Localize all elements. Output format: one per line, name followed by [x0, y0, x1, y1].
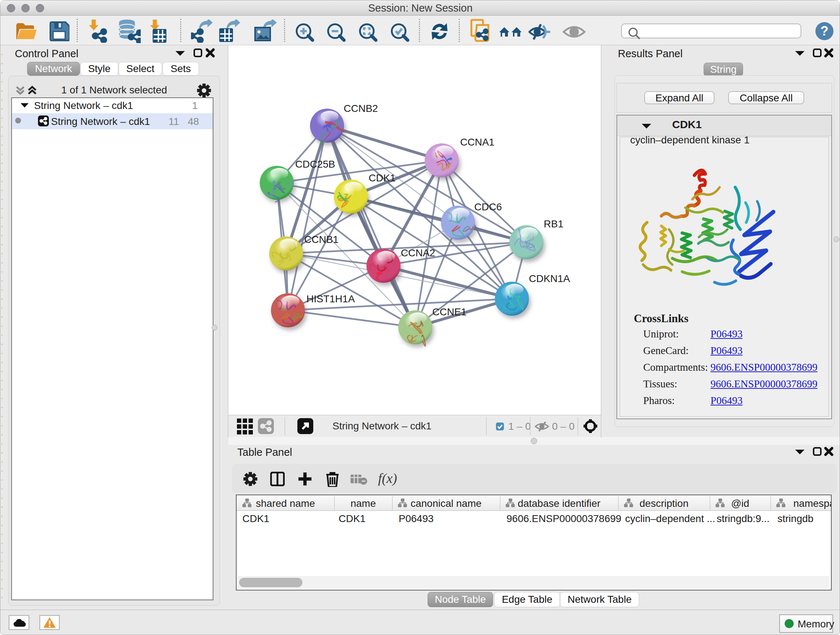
- svg-text:CDC6: CDC6: [474, 201, 502, 212]
- svg-text:HIST1H1A: HIST1H1A: [306, 293, 355, 304]
- svg-text:CDC25B: CDC25B: [295, 158, 335, 170]
- svg-text:?: ?: [821, 24, 829, 38]
- svg-text:CCNE1: CCNE1: [432, 306, 467, 318]
- svg-text:RB1: RB1: [544, 218, 563, 230]
- svg-text:CCNA2: CCNA2: [401, 247, 435, 258]
- svg-text:CDKN1A: CDKN1A: [529, 273, 570, 284]
- svg-text:CCNA1: CCNA1: [460, 136, 494, 148]
- svg-text:CCNB2: CCNB2: [344, 103, 378, 114]
- svg-text:CDK1: CDK1: [369, 172, 396, 184]
- svg-text:CCNB1: CCNB1: [304, 234, 339, 245]
